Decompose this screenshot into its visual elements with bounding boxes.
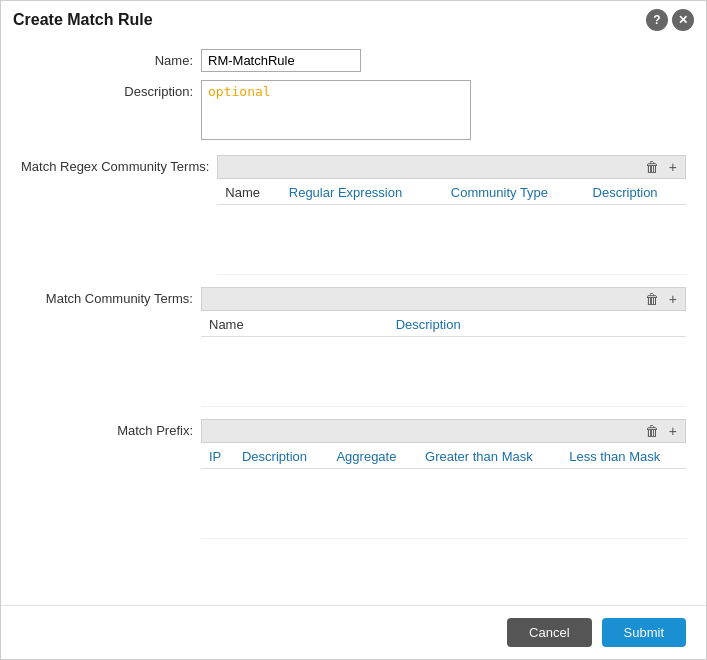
col-description: Description <box>585 181 686 205</box>
col-name2: Name <box>201 313 388 337</box>
match-regex-add-icon[interactable]: + <box>667 159 679 175</box>
close-button[interactable]: ✕ <box>672 9 694 31</box>
header-icons: ? ✕ <box>646 9 694 31</box>
col-less-than-mask: Less than Mask <box>561 445 686 469</box>
match-regex-content: 🗑 + Name Regular Expression Community Ty… <box>217 155 686 275</box>
name-input[interactable] <box>201 49 361 72</box>
help-button[interactable]: ? <box>646 9 668 31</box>
description-row: Description: optional <box>21 80 686 143</box>
match-prefix-label: Match Prefix: <box>21 419 201 438</box>
match-community-row: Match Community Terms: 🗑 + Name Descript… <box>21 287 686 407</box>
col-greater-than-mask: Greater than Mask <box>417 445 561 469</box>
col-description3: Description <box>234 445 328 469</box>
match-regex-toolbar: 🗑 + <box>217 155 686 179</box>
match-regex-label: Match Regex Community Terms: <box>21 155 217 174</box>
match-regex-table: Name Regular Expression Community Type D… <box>217 181 686 275</box>
match-regex-row: Match Regex Community Terms: 🗑 + Name Re… <box>21 155 686 275</box>
submit-button[interactable]: Submit <box>602 618 686 647</box>
col-description2: Description <box>388 313 686 337</box>
dialog-title: Create Match Rule <box>13 11 153 29</box>
create-match-rule-dialog: Create Match Rule ? ✕ Name: Description:… <box>0 0 707 660</box>
col-regex: Regular Expression <box>281 181 443 205</box>
match-prefix-content: 🗑 + IP Description Aggregate Greater tha… <box>201 419 686 539</box>
match-community-delete-icon[interactable]: 🗑 <box>643 291 661 307</box>
match-community-header-row: Name Description <box>201 313 686 337</box>
col-aggregate: Aggregate <box>328 445 417 469</box>
col-ip: IP <box>201 445 234 469</box>
name-field-container <box>201 49 361 72</box>
name-label: Name: <box>21 49 201 68</box>
match-prefix-toolbar: 🗑 + <box>201 419 686 443</box>
dialog-header: Create Match Rule ? ✕ <box>1 1 706 39</box>
match-prefix-table: IP Description Aggregate Greater than Ma… <box>201 445 686 539</box>
match-prefix-add-icon[interactable]: + <box>667 423 679 439</box>
match-regex-header-row: Name Regular Expression Community Type D… <box>217 181 686 205</box>
col-name: Name <box>217 181 280 205</box>
match-community-toolbar: 🗑 + <box>201 287 686 311</box>
match-prefix-header-row: IP Description Aggregate Greater than Ma… <box>201 445 686 469</box>
match-community-table: Name Description <box>201 313 686 407</box>
match-community-content: 🗑 + Name Description <box>201 287 686 407</box>
match-prefix-row: Match Prefix: 🗑 + IP Description Aggrega… <box>21 419 686 539</box>
match-regex-empty-row <box>217 205 686 275</box>
match-prefix-empty-row <box>201 469 686 539</box>
dialog-footer: Cancel Submit <box>1 605 706 659</box>
match-prefix-delete-icon[interactable]: 🗑 <box>643 423 661 439</box>
match-community-empty-row <box>201 337 686 407</box>
description-field-container: optional <box>201 80 471 143</box>
match-community-add-icon[interactable]: + <box>667 291 679 307</box>
match-regex-delete-icon[interactable]: 🗑 <box>643 159 661 175</box>
name-row: Name: <box>21 49 686 72</box>
cancel-button[interactable]: Cancel <box>507 618 591 647</box>
dialog-body: Name: Description: optional Match Regex … <box>1 39 706 605</box>
description-label: Description: <box>21 80 201 99</box>
description-input[interactable]: optional <box>201 80 471 140</box>
col-community-type: Community Type <box>443 181 585 205</box>
match-community-label: Match Community Terms: <box>21 287 201 306</box>
